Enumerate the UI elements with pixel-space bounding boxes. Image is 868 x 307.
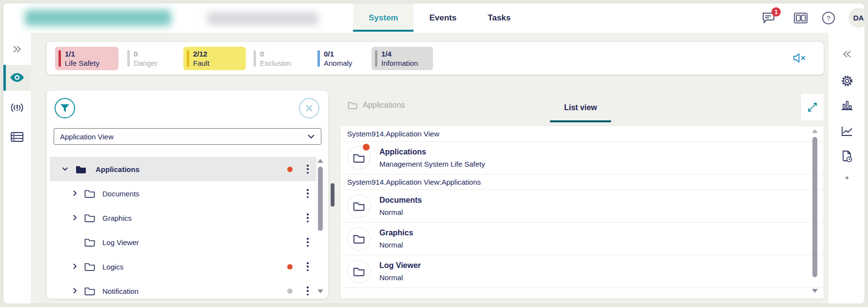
tree-node-logics[interactable]: Logics xyxy=(50,254,316,279)
bar-chart-icon[interactable] xyxy=(837,96,857,115)
status-color-bar xyxy=(187,50,189,67)
help-icon[interactable]: ? xyxy=(818,8,839,28)
list-item-graphics[interactable]: Graphics Normal xyxy=(340,223,824,255)
list-item-title: Documents xyxy=(379,196,422,205)
status-count: 1/1 xyxy=(65,49,113,58)
list-item-status: Normal xyxy=(379,273,403,282)
folder-icon xyxy=(84,213,96,223)
report-clock-icon[interactable] xyxy=(837,147,857,166)
breadcrumb-label: Applications xyxy=(363,101,405,110)
status-life-safety[interactable]: 1/1 Life Safety xyxy=(55,47,118,70)
tree-node-log-viewer[interactable]: Log Viewer xyxy=(50,230,316,254)
tree-node-documents[interactable]: Documents xyxy=(50,181,316,206)
panel-splitter-handle[interactable] xyxy=(331,183,335,207)
folder-icon xyxy=(347,101,358,110)
scroll-down-arrow[interactable] xyxy=(812,289,818,293)
active-item-indicator xyxy=(3,65,6,91)
server-stack-icon[interactable] xyxy=(7,127,27,147)
folder-icon xyxy=(84,189,96,198)
kebab-menu-icon[interactable] xyxy=(303,164,312,174)
svg-text:?: ? xyxy=(827,14,830,22)
view-selector-dropdown[interactable]: Application View xyxy=(54,128,321,145)
kebab-menu-icon[interactable] xyxy=(303,188,312,199)
clear-filter-button[interactable] xyxy=(299,98,319,118)
folder-icon xyxy=(353,201,365,211)
kebab-menu-icon[interactable] xyxy=(303,212,312,223)
list-scrollbar[interactable] xyxy=(811,129,819,296)
chevron-right-icon[interactable] xyxy=(71,287,79,295)
folder-icon xyxy=(353,153,365,163)
speaker-muted-icon[interactable] xyxy=(792,52,807,64)
status-label: Anomaly xyxy=(324,58,359,68)
tree-node-label: Logics xyxy=(102,263,123,271)
filter-button[interactable] xyxy=(55,98,75,118)
expand-panel-button[interactable] xyxy=(801,94,824,120)
gear-icon[interactable] xyxy=(837,71,857,91)
tab-events[interactable]: Events xyxy=(414,3,472,33)
chevron-down-icon[interactable] xyxy=(61,165,69,173)
folder-icon xyxy=(353,233,365,244)
project-name-redacted xyxy=(207,12,318,25)
chevron-right-icon[interactable] xyxy=(71,190,79,197)
list-item-title: Graphics xyxy=(379,229,413,237)
alarm-signal-icon[interactable] xyxy=(7,98,27,117)
tree-node-notification[interactable]: Notification xyxy=(50,279,316,299)
alarm-dot xyxy=(287,167,293,172)
tab-system[interactable]: System xyxy=(353,3,414,33)
tree-scrollbar[interactable] xyxy=(316,159,324,297)
breadcrumb[interactable]: Applications xyxy=(347,101,405,110)
status-count: 2/12 xyxy=(193,49,240,58)
collapse-left-icon[interactable] xyxy=(837,44,857,64)
status-information[interactable]: 1/4 Information xyxy=(372,47,433,70)
kebab-menu-icon[interactable] xyxy=(303,261,312,272)
scrollbar-thumb[interactable] xyxy=(318,167,323,231)
chevron-right-icon[interactable] xyxy=(71,214,79,222)
list-item-documents[interactable]: Documents Normal xyxy=(340,190,824,223)
tree-node-label: Graphics xyxy=(102,214,132,222)
eye-icon[interactable] xyxy=(7,68,27,87)
folder-filled-icon xyxy=(75,164,87,174)
notification-badge: 1 xyxy=(771,7,781,17)
view-selector-value: Application View xyxy=(60,133,114,141)
scrollbar-thumb[interactable] xyxy=(812,137,817,277)
right-sidebar xyxy=(829,33,865,304)
status-dot xyxy=(287,288,293,294)
tree-node-label: Log Viewer xyxy=(102,238,139,247)
status-color-bar xyxy=(127,50,130,67)
status-count: 0/1 xyxy=(324,49,359,58)
app-window: System Events Tasks 1 ? DA xyxy=(3,3,865,304)
item-icon-circle xyxy=(347,227,371,250)
tab-list-view[interactable]: List view xyxy=(550,94,611,121)
content-area: 1/1 Life Safety 0 Danger 2/12 Fault 0 Ex… xyxy=(3,33,865,304)
status-count: 0 xyxy=(260,49,299,58)
top-bar: System Events Tasks 1 ? DA xyxy=(3,3,865,33)
list-item-log-viewer[interactable]: Log Viewer Normal xyxy=(340,255,824,288)
scroll-up-arrow[interactable] xyxy=(812,129,818,133)
chevron-down-icon xyxy=(307,134,315,139)
kebab-menu-icon[interactable] xyxy=(303,286,312,296)
status-fault[interactable]: 2/12 Fault xyxy=(183,47,246,70)
list-item-status: Normal xyxy=(379,208,403,216)
list-item-title: Applications xyxy=(379,148,426,156)
kebab-menu-icon[interactable] xyxy=(303,237,312,248)
expand-right-icon[interactable] xyxy=(7,39,27,59)
list-item-status: Normal xyxy=(379,241,403,249)
status-label: Exclusion xyxy=(260,58,299,68)
scroll-up-arrow[interactable] xyxy=(317,159,323,163)
trend-chart-icon[interactable] xyxy=(837,121,857,141)
tree-node-label: Applications xyxy=(96,165,139,173)
chevron-right-icon[interactable] xyxy=(71,263,79,270)
list-item-applications[interactable]: Applications Management System Life Safe… xyxy=(340,142,824,174)
tree-node-applications[interactable]: Applications xyxy=(50,157,316,181)
dual-pane-icon[interactable] xyxy=(790,8,811,28)
status-exclusion[interactable]: 0 Exclusion xyxy=(250,47,305,70)
user-avatar[interactable]: DA xyxy=(848,8,865,28)
item-icon-circle xyxy=(347,194,371,218)
tab-tasks[interactable]: Tasks xyxy=(472,3,526,33)
tree-node-graphics[interactable]: Graphics xyxy=(50,206,316,230)
status-anomaly[interactable]: 0/1 Anomaly xyxy=(314,47,365,70)
tree-node-label: Notification xyxy=(102,287,138,295)
status-danger[interactable]: 0 Danger xyxy=(124,47,175,70)
scroll-down-arrow[interactable] xyxy=(317,289,323,293)
folder-icon xyxy=(84,237,96,247)
